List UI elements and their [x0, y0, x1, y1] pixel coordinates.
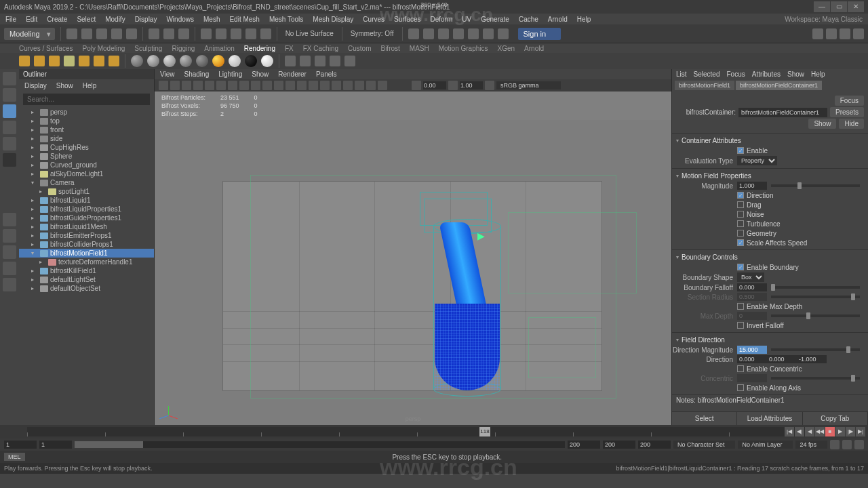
anim-end2-input[interactable]	[638, 441, 671, 449]
outliner-item[interactable]: ▸top	[19, 117, 154, 125]
step-back-button[interactable]: ◀	[805, 427, 814, 436]
section-boundary[interactable]: Boundary Controls	[672, 252, 868, 262]
shelf-btn[interactable]	[49, 56, 60, 66]
shelf-tab-fx[interactable]: FX	[285, 45, 294, 52]
ae-menu-show[interactable]: Show	[787, 70, 804, 78]
set-key-button[interactable]	[842, 440, 852, 449]
vp-tool-icon[interactable]	[297, 81, 307, 90]
lasso-icon[interactable]	[163, 28, 174, 39]
open-scene-icon[interactable]	[81, 28, 92, 39]
channel-box-icon[interactable]	[826, 28, 837, 39]
menu-windows[interactable]: Windows	[166, 16, 194, 23]
tool-settings-icon[interactable]	[853, 28, 864, 39]
outliner-search[interactable]	[23, 94, 150, 105]
shelf-btn[interactable]	[79, 56, 90, 66]
outliner-item[interactable]: ▸bifrostEmitterProps1	[19, 231, 154, 240]
drag-checkbox[interactable]	[737, 201, 744, 208]
select-mode-icon[interactable]	[149, 28, 159, 39]
hide-button[interactable]: Hide	[839, 119, 864, 129]
section-container-attrs[interactable]: Container Attributes	[672, 136, 868, 146]
enable-alongaxis-checkbox[interactable]	[737, 384, 744, 391]
noise-checkbox[interactable]	[737, 211, 744, 218]
outliner-item[interactable]: ▸bifrostLiquid1Mesh	[19, 222, 154, 231]
close-button[interactable]: ✕	[848, 1, 864, 12]
boundary-falloff-input[interactable]	[737, 283, 767, 291]
vp-tool-icon[interactable]	[193, 81, 203, 90]
boundary-falloff-slider[interactable]	[771, 286, 860, 289]
render-view-icon[interactable]	[483, 28, 494, 39]
material-aniso[interactable]	[196, 55, 208, 67]
vp-menu-panels[interactable]: Panels	[316, 70, 337, 78]
gamma-icon[interactable]	[448, 81, 458, 90]
enable-maxdepth-checkbox[interactable]	[737, 303, 744, 310]
shelf-btn[interactable]	[285, 56, 296, 66]
direction-x-input[interactable]	[737, 355, 767, 363]
menu-mesh[interactable]: Mesh	[203, 16, 220, 23]
light-editor-icon[interactable]	[498, 28, 509, 39]
step-forward-key-button[interactable]: |▶	[846, 427, 855, 436]
vp-tool-icon[interactable]	[378, 81, 387, 90]
section-motion-field[interactable]: Motion Field Properties	[672, 171, 868, 181]
scale-tool[interactable]	[3, 137, 16, 150]
copy-tab-button[interactable]: Copy Tab	[803, 412, 868, 425]
save-scene-icon[interactable]	[96, 28, 107, 39]
menu-modify[interactable]: Modify	[105, 16, 125, 23]
menu-create[interactable]: Create	[47, 16, 67, 23]
shelf-tab-arnold[interactable]: Arnold	[524, 45, 544, 52]
layout1[interactable]	[3, 245, 16, 259]
outliner-item[interactable]: ▸defaultLightSet	[19, 275, 154, 284]
colorspace-icon[interactable]	[485, 81, 494, 90]
vp-tool-icon[interactable]	[343, 81, 353, 90]
redo-icon[interactable]	[126, 28, 137, 39]
shelf-tab-render[interactable]: Rendering	[244, 45, 275, 52]
shelf-btn[interactable]	[330, 56, 340, 66]
layout3[interactable]	[3, 278, 16, 291]
vp-tool-icon[interactable]	[285, 81, 295, 90]
play-forward-button[interactable]: ■	[825, 427, 835, 436]
outliner-item[interactable]: ▸CupHighRes	[19, 143, 154, 152]
outliner-item[interactable]: ▸bifrostColliderProps1	[19, 240, 154, 249]
shelf-btn[interactable]	[64, 56, 75, 66]
vp-tool-icon[interactable]	[239, 81, 249, 90]
container-name-field[interactable]	[738, 108, 827, 117]
shelf-btn[interactable]	[94, 56, 104, 66]
outliner-item[interactable]: ▸textureDeformerHandle1	[19, 258, 154, 266]
snap-point-icon[interactable]	[231, 28, 241, 39]
lasso-tool[interactable]	[3, 88, 16, 102]
vp-menu-lighting[interactable]: Lighting	[218, 70, 242, 78]
move-tool[interactable]	[3, 104, 16, 118]
auto-key-button[interactable]	[830, 440, 840, 449]
outliner-item[interactable]: ▸bifrostLiquid1	[19, 196, 154, 205]
shelf-tab-motion[interactable]: Motion Graphics	[439, 45, 488, 52]
playblast-icon[interactable]	[468, 28, 479, 39]
boundary-shape-select[interactable]: Box	[737, 272, 764, 282]
paint-select-icon[interactable]	[178, 28, 189, 39]
outliner-item[interactable]: ▸defaultObjectSet	[19, 284, 154, 293]
ae-menu-list[interactable]: List	[676, 70, 687, 78]
shelf-btn[interactable]	[300, 56, 311, 66]
attribute-editor-icon[interactable]	[840, 28, 850, 39]
ae-tab-container[interactable]: bifrostMotionFieldContainer1	[736, 81, 822, 90]
menu-uv[interactable]: UV	[462, 16, 471, 23]
enable-boundary-checkbox[interactable]: ✓	[737, 264, 744, 270]
vp-tool-icon[interactable]	[216, 81, 226, 90]
geometry-checkbox[interactable]	[737, 230, 744, 237]
menu-select[interactable]: Select	[77, 16, 96, 23]
outliner-item[interactable]: ▸bifrostLiquidProperties1	[19, 205, 154, 214]
fps-dropdown[interactable]: 24 fps	[795, 441, 827, 449]
outliner-item[interactable]: ▸front	[19, 125, 154, 134]
material-layered[interactable]	[229, 55, 241, 67]
direction-z-input[interactable]	[797, 355, 827, 363]
current-frame-marker[interactable]: 118	[479, 427, 490, 436]
vp-menu-shading[interactable]: Shading	[184, 70, 210, 78]
outliner-menu-help[interactable]: Help	[83, 82, 97, 89]
playback-start-input[interactable]	[39, 441, 72, 449]
shelf-tab-sculpt[interactable]: Sculpting	[134, 45, 162, 52]
material-ramp[interactable]	[212, 55, 224, 67]
layout2[interactable]	[3, 262, 16, 275]
hypershade-icon[interactable]	[453, 28, 464, 39]
direction-mag-slider[interactable]	[771, 348, 860, 351]
playback-end-input[interactable]	[568, 441, 600, 449]
eval-type-select[interactable]: Property	[737, 156, 777, 165]
shelf-btn[interactable]	[344, 56, 355, 66]
